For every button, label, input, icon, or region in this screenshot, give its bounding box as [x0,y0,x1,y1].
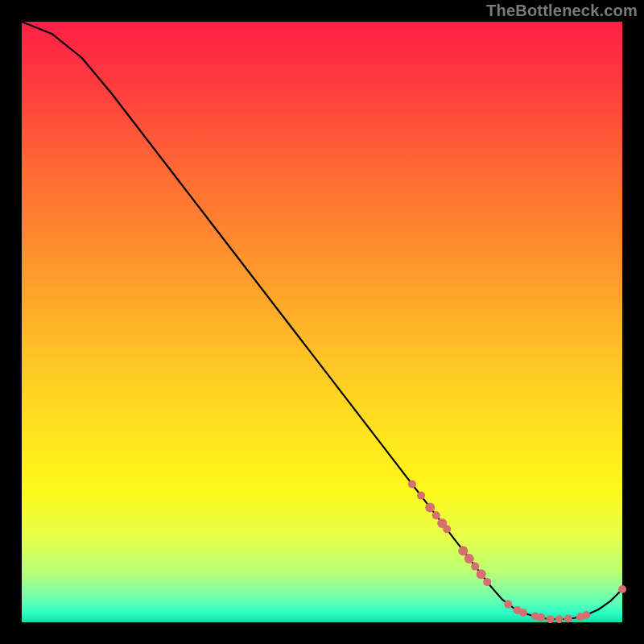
marker-point [477,569,486,579]
marker-point [519,609,527,617]
marker-point [582,611,590,619]
marker-point [408,480,416,488]
gradient-background [22,22,622,622]
bottleneck-chart [0,0,644,644]
marker-point [555,615,564,623]
chart-stage: TheBottleneck.com [0,0,644,644]
marker-point [464,554,474,564]
marker-point [546,615,554,623]
marker-point [564,615,572,623]
marker-point [417,492,425,500]
marker-point [537,613,545,621]
marker-point [458,546,468,555]
marker-point [504,601,512,609]
marker-point [471,563,479,571]
marker-point [425,503,435,513]
marker-point [483,578,491,586]
marker-point [443,525,451,533]
marker-point [618,585,626,593]
watermark-text: TheBottleneck.com [486,2,638,20]
marker-point [432,511,440,519]
